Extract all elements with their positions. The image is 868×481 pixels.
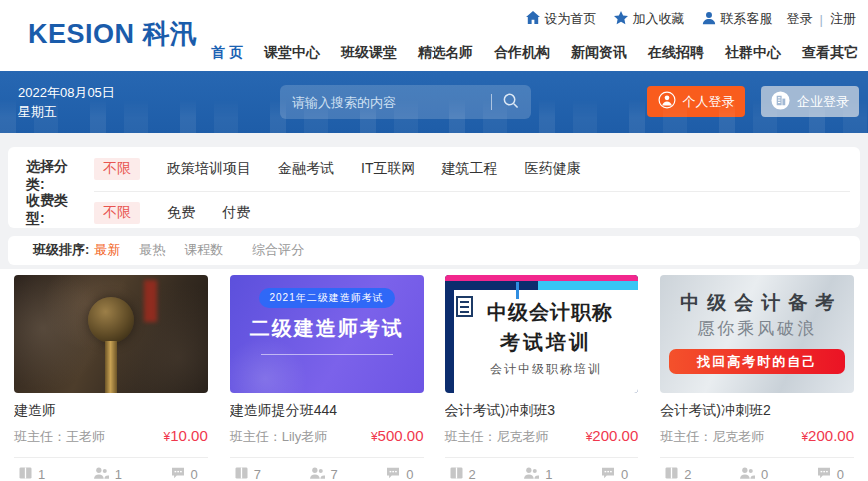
lesson-count: 1 xyxy=(19,467,45,481)
lesson-count-value: 2 xyxy=(469,467,476,481)
register-link[interactable]: 注册 xyxy=(830,10,856,28)
thumb-ribbon: 找回高考时的自己 xyxy=(669,349,845,374)
filter-option-medical-health[interactable]: 医药健康 xyxy=(524,160,580,178)
nav-item-partner-orgs[interactable]: 合作机构 xyxy=(494,44,550,62)
contact-service-link[interactable]: 联系客服 xyxy=(702,10,773,28)
search-input[interactable] xyxy=(292,95,485,110)
course-title[interactable]: 建造师 xyxy=(14,402,208,420)
thumb-subheading: 会计中级职称培训 xyxy=(454,361,639,378)
course-price: ¥500.00 xyxy=(371,427,424,444)
course-card[interactable]: 2021年二级建造师考试 二级建造师考试 建造师提分班444 班主任：Lily老… xyxy=(230,275,424,481)
filter-option-finance-exam[interactable]: 金融考试 xyxy=(278,160,334,178)
filter-panel: 选择分类: 不限 政策培训项目 金融考试 IT互联网 建筑工程 医药健康 收费类… xyxy=(8,147,860,228)
enterprise-login-button[interactable]: 企业登录 xyxy=(761,86,859,117)
member-count-value: 1 xyxy=(545,467,552,481)
course-teacher: 班主任：尼克老师 xyxy=(445,428,549,446)
sort-option-course-count[interactable]: 课程数 xyxy=(184,241,223,259)
comment-icon xyxy=(601,467,615,481)
filter-option-paid[interactable]: 付费 xyxy=(222,204,250,222)
thumb-heading-line2: 考试培训 xyxy=(454,329,639,356)
thumb-blue-tick xyxy=(516,282,519,299)
course-thumbnail-silver[interactable]: 中级会计备考 愿你乘风破浪 找回高考时的自己 xyxy=(660,275,854,393)
sort-option-rating[interactable]: 综合评分 xyxy=(252,241,304,259)
set-homepage-link[interactable]: 设为首页 xyxy=(526,10,597,28)
sort-option-newest[interactable]: 最新 xyxy=(94,241,120,259)
comment-icon xyxy=(171,467,185,481)
person-circle-icon xyxy=(658,91,676,112)
comment-icon xyxy=(817,467,831,481)
search-box xyxy=(280,85,531,119)
contact-service-label: 联系客服 xyxy=(721,10,773,28)
course-price: ¥200.00 xyxy=(801,427,854,444)
thumb-badge: 2021年二级建造师考试 xyxy=(259,288,395,308)
lesson-count: 2 xyxy=(450,467,476,481)
filter-option-policy-training[interactable]: 政策培训项目 xyxy=(167,160,251,178)
auth-links: 登录 | 注册 xyxy=(787,10,856,28)
site-logo[interactable]: KESION 科汛 xyxy=(28,16,198,52)
course-price: ¥10.00 xyxy=(164,427,208,444)
login-link[interactable]: 登录 xyxy=(787,10,813,28)
weekday-line: 星期五 xyxy=(18,102,115,121)
nav-item-news[interactable]: 新闻资讯 xyxy=(571,44,627,62)
top-utility-bar: 设为首页 加入收藏 联系客服 登录 | 注册 xyxy=(509,10,856,28)
add-favorite-link[interactable]: 加入收藏 xyxy=(614,10,685,28)
personal-login-button[interactable]: 个人登录 xyxy=(647,86,745,117)
sort-option-hottest[interactable]: 最热 xyxy=(139,241,165,259)
thumb-underline xyxy=(261,354,393,355)
thumb-panel: 中级会计职称 考试培训 会计中级职称培训 xyxy=(454,290,639,393)
site-header: KESION 科汛 设为首页 加入收藏 联系客服 登录 | 注册 首 页 xyxy=(0,0,868,71)
course-stats: 1 1 0 xyxy=(14,457,208,481)
course-card[interactable]: 中级会计备考 愿你乘风破浪 找回高考时的自己 会计考试)冲刺班2 班主任：尼克老… xyxy=(660,275,854,481)
lesson-count: 2 xyxy=(665,467,691,481)
lesson-count-value: 1 xyxy=(38,467,45,481)
comment-count-value: 0 xyxy=(406,467,413,481)
microphone-stem xyxy=(105,341,117,393)
add-favorite-label: 加入收藏 xyxy=(633,10,685,28)
filter-option-construction[interactable]: 建筑工程 xyxy=(441,160,497,178)
thumb-heading-line1: 中级会计备考 xyxy=(660,290,854,316)
nav-item-more[interactable]: 查看其它 xyxy=(802,44,858,62)
member-count-value: 1 xyxy=(115,467,122,481)
filter-option-category-all[interactable]: 不限 xyxy=(94,158,140,180)
nav-item-home[interactable]: 首 页 xyxy=(211,44,243,62)
search-icon[interactable] xyxy=(502,92,519,113)
comment-count-value: 0 xyxy=(837,467,844,481)
building-circle-icon xyxy=(771,91,790,113)
nav-item-classroom-center[interactable]: 课堂中心 xyxy=(264,44,320,62)
filter-option-it-internet[interactable]: IT互联网 xyxy=(361,160,415,178)
nav-item-community[interactable]: 社群中心 xyxy=(725,44,781,62)
category-filter-label: 选择分类: xyxy=(26,157,78,193)
course-title[interactable]: 会计考试)冲刺班3 xyxy=(445,402,639,420)
comment-count: 0 xyxy=(601,467,628,481)
fee-filter-label: 收费类型: xyxy=(26,191,78,227)
book-icon xyxy=(235,467,248,481)
lesson-count: 7 xyxy=(235,467,261,481)
course-thumbnail-purple-banner[interactable]: 2021年二级建造师考试 二级建造师考试 xyxy=(230,275,424,393)
nav-item-featured-teachers[interactable]: 精选名师 xyxy=(418,44,473,62)
course-meta: 班主任：尼克老师 ¥200.00 xyxy=(660,427,854,446)
sort-options: 最新 最热 课程数 综合评分 xyxy=(94,241,304,259)
comment-count: 0 xyxy=(817,467,844,481)
auth-divider: | xyxy=(820,12,823,27)
nav-item-jobs[interactable]: 在线招聘 xyxy=(648,44,704,62)
course-card[interactable]: 建造师 班主任：王老师 ¥10.00 1 1 0 xyxy=(14,275,208,481)
price-amount: 500.00 xyxy=(378,427,424,444)
course-card[interactable]: 中级会计职称 考试培训 会计中级职称培训 会计考试)冲刺班3 班主任：尼克老师 … xyxy=(445,275,639,481)
course-thumbnail-accounting[interactable]: 中级会计职称 考试培训 会计中级职称培训 xyxy=(445,275,639,393)
course-title[interactable]: 建造师提分班444 xyxy=(230,402,424,420)
course-thumbnail-microphone[interactable] xyxy=(14,275,208,393)
comment-count: 0 xyxy=(386,467,413,481)
filter-option-fee-all[interactable]: 不限 xyxy=(94,202,140,224)
course-meta: 班主任：王老师 ¥10.00 xyxy=(14,427,208,446)
date-line: 2022年08月05日 xyxy=(18,83,115,102)
course-teacher: 班主任：尼克老师 xyxy=(660,428,764,446)
set-homepage-label: 设为首页 xyxy=(545,10,597,28)
filter-option-free[interactable]: 免费 xyxy=(167,204,195,222)
filter-divider xyxy=(94,191,850,192)
thumb-decoration xyxy=(144,280,157,322)
course-title[interactable]: 会计考试)冲刺班2 xyxy=(660,402,854,420)
member-count: 7 xyxy=(310,467,338,481)
nav-item-class-courses[interactable]: 班级课堂 xyxy=(341,44,397,62)
price-amount: 200.00 xyxy=(592,427,638,444)
category-filter-options: 不限 政策培训项目 金融考试 IT互联网 建筑工程 医药健康 xyxy=(94,147,860,180)
